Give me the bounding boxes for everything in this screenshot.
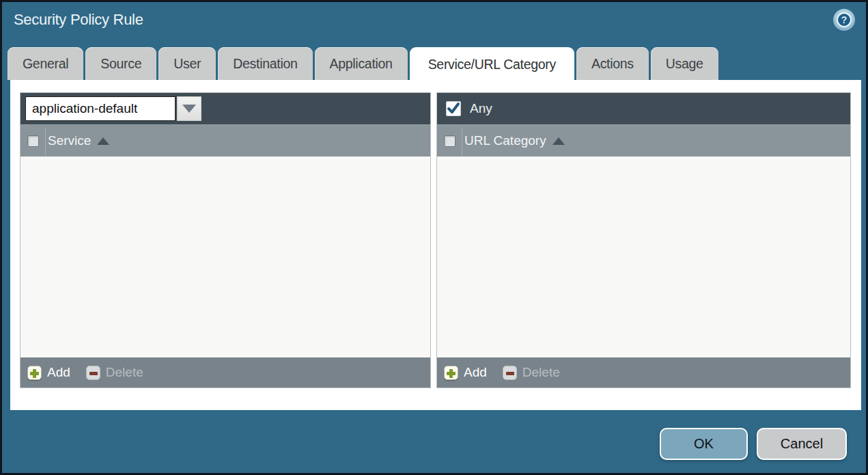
cancel-button[interactable]: Cancel	[757, 428, 847, 460]
checkmark-icon	[447, 102, 460, 116]
delete-minus-icon	[86, 366, 100, 380]
tab-source[interactable]: Source	[85, 47, 156, 80]
add-plus-icon	[27, 366, 42, 380]
tab-bar: GeneralSourceUserDestinationApplicationS…	[8, 47, 718, 80]
delete-label: Delete	[106, 365, 143, 380]
sort-asc-icon	[97, 137, 109, 145]
url-category-topbar: Any	[437, 93, 850, 124]
tab-service-url-category[interactable]: Service/URL Category	[410, 47, 574, 81]
tab-destination[interactable]: Destination	[218, 47, 312, 80]
delete-label: Delete	[522, 365, 560, 380]
service-footer: Add Delete	[20, 357, 430, 388]
dialog-content: Service Add Delete	[10, 80, 861, 410]
add-plus-icon	[444, 366, 458, 380]
column-divider	[462, 128, 462, 157]
url-category-list-body	[437, 157, 850, 357]
service-topbar	[20, 93, 430, 124]
service-list-body	[20, 157, 430, 357]
security-policy-rule-dialog: Security Policy Rule ? GeneralSourceUser…	[2, 2, 866, 473]
add-label: Add	[464, 365, 487, 380]
service-column-label: Service	[48, 133, 91, 148]
service-column-header[interactable]: Service	[20, 124, 430, 157]
tab-usage[interactable]: Usage	[651, 47, 718, 80]
service-add-button[interactable]: Add	[27, 365, 70, 380]
ok-button[interactable]: OK	[660, 428, 748, 460]
service-dropdown-arrow-button[interactable]	[177, 96, 201, 121]
url-category-delete-button[interactable]: Delete	[503, 365, 560, 380]
service-dropdown-input[interactable]	[25, 96, 176, 121]
delete-minus-icon	[503, 366, 517, 380]
tab-application[interactable]: Application	[315, 47, 408, 80]
help-button[interactable]: ?	[833, 9, 855, 31]
screenshot-root: Security Policy Rule ? GeneralSourceUser…	[0, 0, 868, 475]
service-select-all-checkbox[interactable]	[27, 135, 39, 147]
url-category-select-all-checkbox[interactable]	[444, 135, 456, 147]
any-checkbox[interactable]	[446, 101, 461, 116]
url-category-add-button[interactable]: Add	[444, 365, 487, 380]
tab-actions[interactable]: Actions	[576, 47, 649, 80]
column-divider	[45, 128, 46, 157]
help-question-icon: ?	[837, 12, 852, 27]
tab-user[interactable]: User	[158, 47, 216, 80]
service-delete-button[interactable]: Delete	[86, 365, 143, 380]
url-category-column-header[interactable]: URL Category	[437, 124, 850, 157]
service-panel: Service Add Delete	[20, 92, 431, 388]
url-category-panel: Any URL Category Add	[436, 92, 851, 388]
dialog-title: Security Policy Rule	[14, 11, 143, 29]
sort-asc-icon	[552, 137, 565, 145]
tab-general[interactable]: General	[8, 47, 83, 80]
chevron-down-icon	[182, 105, 196, 113]
url-category-footer: Add Delete	[437, 357, 850, 388]
url-category-column-label: URL Category	[464, 133, 546, 148]
add-label: Add	[47, 365, 70, 380]
any-label: Any	[470, 101, 492, 116]
